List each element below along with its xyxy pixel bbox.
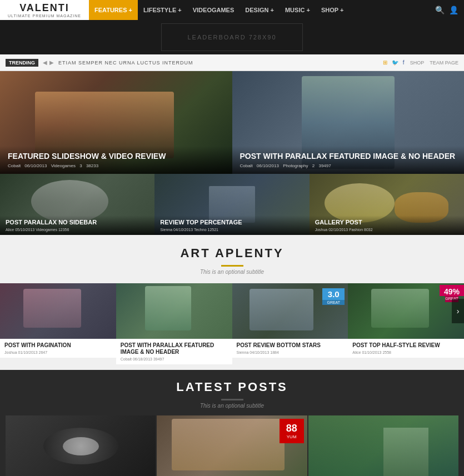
latest-post-3[interactable]: Etiam semper nec urna luctus interdum Ro… — [308, 415, 458, 476]
small-title-1: POST PARALLAX NO SIDEBAR — [6, 219, 149, 226]
score-value-2: 88 — [286, 423, 297, 434]
latest-grid: Ut molestie bibendum ligula sit amet pla… — [0, 415, 464, 476]
small-item-1[interactable]: POST PARALLAX NO SIDEBAR Alice 05/10/201… — [0, 174, 154, 235]
small-overlay-3: GALLERY POST Joshua 02/10/2013 Fashion 8… — [310, 216, 464, 235]
hero-date-1: 06/10/2013 — [24, 163, 47, 168]
carousel-item-3[interactable]: 3.0 GREAT POST REVIEW BOTTOM STARS Sienn… — [232, 283, 348, 364]
art-separator — [221, 265, 243, 267]
hero-grid: FEATURED SLIDESHOW & VIDEO REVIEW Cobalt… — [0, 71, 464, 174]
pct-value-4: 49% — [440, 285, 464, 296]
hero-category-1: Videogames — [51, 163, 76, 168]
art-section-subtitle: This is an optional subtitle — [6, 269, 458, 275]
carousel-meta-4: Alice 01/10/2013 2558 — [352, 350, 460, 354]
score-badge-3: 3.0 GREAT — [322, 287, 345, 307]
hero-meta-1: Cobalt 06/10/2013 Videogames 3 38233 — [8, 163, 224, 168]
latest-post-2[interactable]: 88 YUM Morbi elementum justo id lectus p… — [157, 415, 307, 476]
hero-title-2: POST WITH PARALLAX FEATURED IMAGE & NO H… — [240, 152, 457, 161]
carousel-info-1: POST WITH PAGINATION Joshua 01/10/2013 2… — [0, 339, 116, 358]
small-title-2: REVIEW TOP PERCENTAGE — [160, 219, 303, 226]
nav-design[interactable]: DESIGN + — [240, 0, 280, 20]
hero-item-1[interactable]: FEATURED SLIDESHOW & VIDEO REVIEW Cobalt… — [0, 71, 232, 174]
facebook-icon[interactable]: f — [403, 59, 405, 66]
carousel-title-4: POST TOP HALF-STYLE REVIEW — [352, 342, 460, 349]
leaderboard-banner: LEADERBOARD 728X90 — [161, 23, 303, 51]
badge-score-3: 3.0 — [322, 288, 345, 300]
latest-subtitle: This is an optional subtitle — [6, 403, 458, 409]
carousel-info-4: POST TOP HALF-STYLE REVIEW Alice 01/10/2… — [348, 339, 464, 358]
nav-features[interactable]: FEATURES + — [89, 0, 138, 20]
latest-separator — [221, 399, 243, 400]
nav-videogames[interactable]: VIDEOGAMES — [187, 0, 240, 20]
carousel-info-3: POST REVIEW BOTTOM STARS Sienna 04/10/20… — [232, 339, 348, 358]
score-badge-post-2: 88 YUM — [280, 419, 304, 443]
logo[interactable]: VALENTI ULTIMATE PREMIUM MAGAZINE — [0, 0, 89, 20]
hero-comments-2: 2 — [312, 163, 315, 168]
carousel-meta-3: Sienna 04/10/2013 1884 — [237, 350, 344, 354]
carousel-item-2[interactable]: POST WITH PARALLAX FEATURED IMAGE & NO H… — [116, 283, 232, 364]
nav-shop[interactable]: SHOP + — [316, 0, 349, 20]
small-meta-3: Joshua 02/10/2013 Fashion 8032 — [315, 228, 458, 232]
user-icon[interactable]: 👤 — [449, 6, 458, 14]
rss-icon[interactable]: ⊞ — [383, 59, 387, 66]
small-item-3[interactable]: GALLERY POST Joshua 02/10/2013 Fashion 8… — [310, 174, 464, 235]
trending-text: ETIAM SEMPER NEC URNA LUCTUS INTERDUM — [58, 60, 383, 66]
twitter-icon[interactable]: 🐦 — [392, 59, 398, 66]
hero-meta-2: Cobalt 06/10/2013 Photography 2 39497 — [240, 163, 457, 168]
hero-item-2[interactable]: POST WITH PARALLAX FEATURED IMAGE & NO H… — [232, 71, 465, 174]
carousel-meta-2: Cobalt 06/18/2013 39497 — [121, 357, 228, 361]
leaderboard-text: LEADERBOARD 728X90 — [187, 34, 276, 41]
nav-lifestyle[interactable]: LIFESTYLE + — [138, 0, 187, 20]
small-overlay-1: POST PARALLAX NO SIDEBAR Alice 05/10/201… — [0, 216, 154, 235]
hero-comments-1: 3 — [79, 163, 82, 168]
carousel-title-1: POST WITH PAGINATION — [4, 342, 112, 349]
hero-overlay-1: FEATURED SLIDESHOW & VIDEO REVIEW Cobalt… — [0, 146, 232, 174]
small-meta-1: Alice 05/10/2013 Videogames 12356 — [6, 228, 149, 232]
small-overlay-2: REVIEW TOP PERCENTAGE Sienna 04/10/2013 … — [154, 216, 309, 235]
nav-items: FEATURES + LIFESTYLE + VIDEOGAMES DESIGN… — [89, 0, 349, 20]
hero-title-1: FEATURED SLIDESHOW & VIDEO REVIEW — [8, 152, 224, 161]
carousel-title-3: POST REVIEW BOTTOM STARS — [237, 342, 344, 349]
carousel: POST WITH PAGINATION Joshua 01/10/2013 2… — [0, 283, 464, 364]
trending-bar: TRENDING ◀ ▶ ETIAM SEMPER NEC URNA LUCTU… — [0, 54, 464, 71]
carousel-section: POST WITH PAGINATION Joshua 01/10/2013 2… — [0, 283, 464, 370]
trending-links: SHOP TEAM PAGE — [410, 60, 458, 66]
trending-next[interactable]: ▶ — [49, 59, 54, 66]
hero-views-1: 38233 — [86, 163, 98, 168]
hero-overlay-2: POST WITH PARALLAX FEATURED IMAGE & NO H… — [232, 146, 465, 174]
score-label-2: YUM — [287, 434, 297, 439]
latest-header: LATEST POSTS This is an optional subtitl… — [0, 370, 464, 415]
badge-label-3: GREAT — [322, 300, 345, 305]
team-page-link[interactable]: TEAM PAGE — [430, 60, 458, 66]
small-item-2[interactable]: REVIEW TOP PERCENTAGE Sienna 04/10/2013 … — [154, 174, 309, 235]
trending-label: TRENDING — [6, 59, 38, 67]
search-icon[interactable]: 🔍 — [435, 6, 445, 14]
latest-post-1[interactable]: Ut molestie bibendum ligula sit amet pla… — [6, 415, 156, 476]
logo-text: VALENTI — [19, 2, 69, 14]
small-grid: POST PARALLAX NO SIDEBAR Alice 05/10/201… — [0, 174, 464, 235]
nav-icons: 🔍 👤 — [435, 6, 464, 14]
hero-category-2: Photography — [283, 163, 308, 168]
hero-author-2: Cobalt — [240, 163, 253, 168]
trending-social: ⊞ 🐦 f — [383, 59, 405, 66]
top-nav: VALENTI ULTIMATE PREMIUM MAGAZINE FEATUR… — [0, 0, 464, 20]
carousel-next-arrow[interactable]: › — [452, 299, 464, 323]
carousel-item-4[interactable]: 49% GREAT POST TOP HALF-STYLE REVIEW Ali… — [348, 283, 464, 364]
latest-title: LATEST POSTS — [6, 380, 458, 394]
carousel-title-2: POST WITH PARALLAX FEATURED IMAGE & NO H… — [121, 342, 228, 355]
hero-views-2: 39497 — [318, 163, 331, 168]
logo-sub: ULTIMATE PREMIUM MAGAZINE — [8, 14, 81, 18]
art-section-header: ART APLENTY This is an optional subtitle — [0, 235, 464, 283]
small-meta-2: Sienna 04/10/2013 Techno 12521 — [160, 228, 303, 232]
hero-author-1: Cobalt — [8, 163, 21, 168]
carousel-info-2: POST WITH PARALLAX FEATURED IMAGE & NO H… — [116, 339, 232, 364]
small-title-3: GALLERY POST — [315, 219, 458, 226]
carousel-meta-1: Joshua 01/10/2013 2647 — [4, 350, 112, 354]
nav-music[interactable]: MUSIC + — [280, 0, 316, 20]
art-section-title: ART APLENTY — [6, 246, 458, 260]
latest-section: LATEST POSTS This is an optional subtitl… — [0, 370, 464, 476]
shop-link[interactable]: SHOP — [410, 60, 425, 66]
carousel-item-1[interactable]: POST WITH PAGINATION Joshua 01/10/2013 2… — [0, 283, 116, 364]
hero-date-2: 06/10/2013 — [257, 163, 279, 168]
trending-prev[interactable]: ◀ — [43, 59, 47, 66]
